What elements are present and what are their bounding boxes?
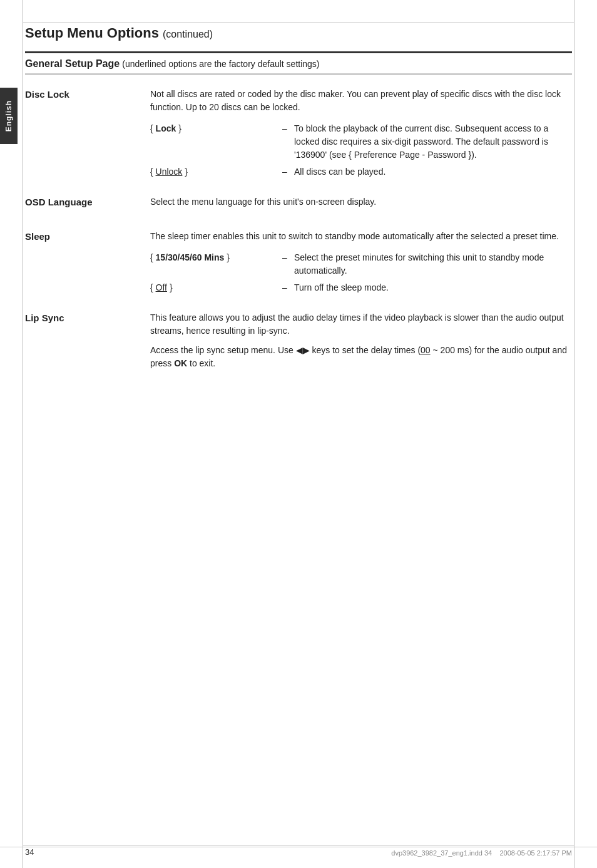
lip-sync-description: This feature allows you to adjust the au… <box>150 311 572 338</box>
right-border <box>574 0 574 868</box>
sleep-dash-off: – <box>275 279 294 296</box>
disc-lock-val-unlock: All discs can be played. <box>294 163 572 180</box>
sleep-key-off: { Off } <box>150 279 275 296</box>
sidebar-language-label: English <box>4 100 13 132</box>
section-title: General Setup Page <box>25 58 120 69</box>
option-row-sleep: Sleep The sleep timer enables this unit … <box>25 230 572 296</box>
option-row-osd-language: OSD Language Select the menu language fo… <box>25 195 572 215</box>
sleep-subitem-mins: { 15/30/45/60 Mins } – Select the preset… <box>150 249 572 279</box>
disc-lock-dash-unlock: – <box>275 163 294 180</box>
sleep-val-mins: Select the preset minutes for switching … <box>294 249 572 279</box>
page-wrapper: English Setup Menu Options (continued) G… <box>0 0 597 868</box>
disc-lock-val-lock: To block the playback of the current dis… <box>294 120 572 163</box>
page-number: 34 <box>25 847 34 857</box>
sidebar-language-tab: English <box>0 88 18 144</box>
osd-language-description: Select the menu language for this unit's… <box>150 195 572 209</box>
sleep-label: Sleep <box>25 230 150 296</box>
page-title-main: Setup Menu Options <box>25 25 159 41</box>
osd-language-content: Select the menu language for this unit's… <box>150 195 572 215</box>
page-title-continued: (continued) <box>163 29 213 39</box>
main-content: Setup Menu Options (continued) General S… <box>25 0 572 429</box>
lip-sync-description2: Access the lip sync setup menu. Use ◀▶ k… <box>150 344 572 370</box>
left-border <box>23 0 23 868</box>
disc-lock-key-lock: { Lock } <box>150 120 275 163</box>
footer-file: dvp3962_3982_37_eng1.indd 34 2008-05-05 … <box>391 849 572 857</box>
section-header: General Setup Page (underlined options a… <box>25 51 572 75</box>
disc-lock-description: Not all discs are rated or coded by the … <box>150 88 572 114</box>
sleep-description: The sleep timer enables this unit to swi… <box>150 230 572 243</box>
top-border <box>23 23 574 23</box>
osd-language-label: OSD Language <box>25 195 150 215</box>
disc-lock-key-unlock: { Unlock } <box>150 163 275 180</box>
disc-lock-dash-lock: – <box>275 120 294 163</box>
sleep-subitem-off: { Off } – Turn off the sleep mode. <box>150 279 572 296</box>
option-row-lip-sync: Lip Sync This feature allows you to adju… <box>25 311 572 376</box>
lip-sync-label: Lip Sync <box>25 311 150 376</box>
section-subtitle: (underlined options are the factory defa… <box>122 59 319 69</box>
sleep-key-mins: { 15/30/45/60 Mins } <box>150 249 275 279</box>
footer: 34 dvp3962_3982_37_eng1.indd 34 2008-05-… <box>0 847 597 857</box>
disc-lock-subitem-unlock: { Unlock } – All discs can be played. <box>150 163 572 180</box>
bottom-border <box>23 845 574 845</box>
sleep-content: The sleep timer enables this unit to swi… <box>150 230 572 296</box>
disc-lock-label: Disc Lock <box>25 88 150 180</box>
sleep-subitems: { 15/30/45/60 Mins } – Select the preset… <box>150 249 572 296</box>
sleep-val-off: Turn off the sleep mode. <box>294 279 572 296</box>
sleep-dash-mins: – <box>275 249 294 279</box>
disc-lock-content: Not all discs are rated or coded by the … <box>150 88 572 180</box>
option-row-disc-lock: Disc Lock Not all discs are rated or cod… <box>25 88 572 180</box>
disc-lock-subitem-lock: { Lock } – To block the playback of the … <box>150 120 572 163</box>
lip-sync-content: This feature allows you to adjust the au… <box>150 311 572 376</box>
disc-lock-subitems: { Lock } – To block the playback of the … <box>150 120 572 180</box>
page-title: Setup Menu Options (continued) <box>25 25 572 41</box>
